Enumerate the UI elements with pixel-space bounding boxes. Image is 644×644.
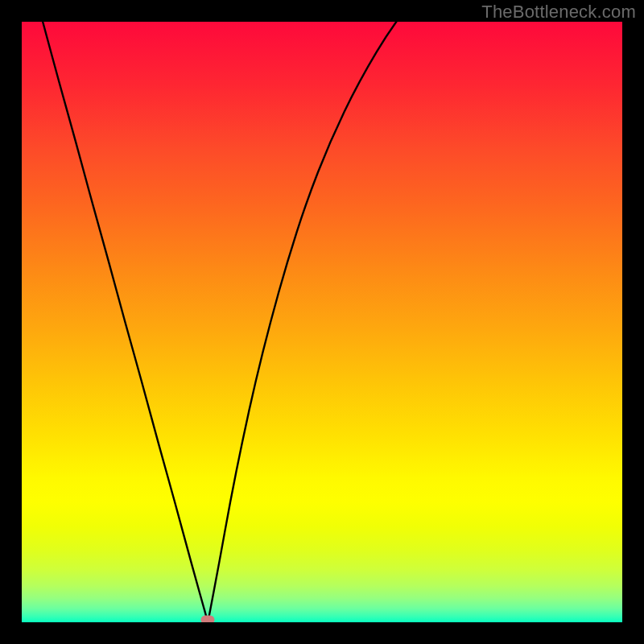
minimum-marker — [201, 616, 215, 623]
plot-area — [22, 22, 622, 622]
bottleneck-curve — [43, 22, 622, 622]
curve-layer — [22, 22, 622, 622]
chart-container: TheBottleneck.com — [0, 0, 644, 644]
watermark-text: TheBottleneck.com — [481, 2, 636, 23]
